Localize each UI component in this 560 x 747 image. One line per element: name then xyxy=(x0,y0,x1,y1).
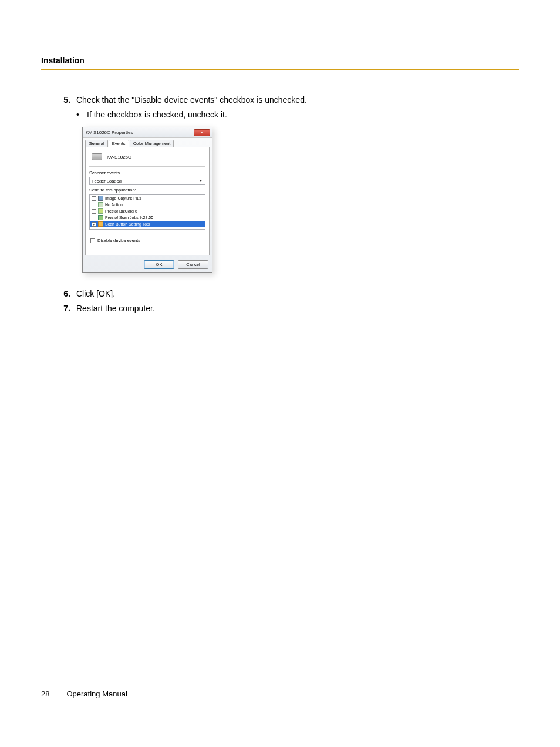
step-text: Check that the "Disable device events" c… xyxy=(76,94,519,106)
list-item[interactable]: Image Capture Plus xyxy=(90,195,205,201)
disable-events-checkbox[interactable] xyxy=(90,238,95,243)
footer-title: Operating Manual xyxy=(66,689,127,698)
step-7: 7. Restart the computer. xyxy=(54,302,519,315)
app-icon xyxy=(98,196,103,201)
select-value: Feeder Loaded xyxy=(92,179,122,184)
close-icon[interactable]: ✕ xyxy=(194,129,210,136)
chevron-down-icon: ▼ xyxy=(198,179,203,183)
divider xyxy=(89,166,205,167)
list-item-label: Scan Button Setting Tool xyxy=(105,222,150,226)
app-icon xyxy=(98,221,103,227)
checkbox-icon[interactable] xyxy=(92,203,96,207)
step-number: 6. xyxy=(54,288,70,300)
list-item-label: Image Capture Plus xyxy=(105,196,141,200)
properties-dialog: KV-S1026C Properties ✕ General Events Co… xyxy=(82,127,212,273)
checkbox-icon[interactable] xyxy=(92,196,96,201)
disable-events-label: Disable device events xyxy=(97,238,140,243)
dialog-title: KV-S1026C Properties xyxy=(85,130,133,135)
scanner-event-select[interactable]: Feeder Loaded ▼ xyxy=(89,177,205,185)
footer-divider xyxy=(58,686,58,701)
bullet-icon: • xyxy=(76,109,87,121)
device-name: KV-S1026C xyxy=(107,154,131,160)
app-icon xyxy=(98,208,103,214)
page-number: 28 xyxy=(41,689,58,698)
dialog-tabs: General Events Color Management xyxy=(83,138,212,147)
tab-events[interactable]: Events xyxy=(109,140,129,147)
list-item[interactable]: No Action xyxy=(90,201,205,208)
list-item-label: Presto! Scan Jobs 9.23.00 xyxy=(105,216,153,220)
scanner-icon xyxy=(92,153,102,160)
tab-color[interactable]: Color Management xyxy=(130,140,174,147)
step-5-subbullet: • If the checkbox is checked, uncheck it… xyxy=(76,109,519,121)
scanner-events-label: Scanner events xyxy=(89,170,205,176)
checkbox-icon[interactable] xyxy=(92,209,96,214)
bullet-text: If the checkbox is checked, uncheck it. xyxy=(87,109,227,121)
list-item-label: Presto! BizCard 6 xyxy=(105,209,137,213)
checkbox-icon[interactable]: ✓ xyxy=(92,222,96,227)
app-icon xyxy=(98,215,103,220)
step-text: Click [OK]. xyxy=(76,288,519,300)
tab-panel-events: KV-S1026C Scanner events Feeder Loaded ▼… xyxy=(85,147,210,255)
app-icon xyxy=(98,202,103,207)
dialog-titlebar[interactable]: KV-S1026C Properties ✕ xyxy=(83,127,212,138)
step-text: Restart the computer. xyxy=(76,302,519,315)
step-6: 6. Click [OK]. xyxy=(54,288,519,300)
list-item[interactable]: Presto! Scan Jobs 9.23.00 xyxy=(90,214,205,221)
page-footer: 28 Operating Manual xyxy=(41,686,127,701)
ok-button[interactable]: OK xyxy=(144,260,174,269)
list-item[interactable]: Presto! BizCard 6 xyxy=(90,208,205,214)
cancel-button[interactable]: Cancel xyxy=(178,260,208,269)
send-to-label: Send to this application: xyxy=(89,187,205,193)
application-listbox[interactable]: Image Capture Plus No Action Presto! Biz… xyxy=(89,194,205,230)
checkbox-icon[interactable] xyxy=(92,216,96,220)
step-number: 7. xyxy=(54,302,70,315)
tab-general[interactable]: General xyxy=(85,140,108,147)
step-number: 5. xyxy=(54,94,70,106)
section-header: Installation xyxy=(41,56,519,70)
list-item[interactable]: ✓ Scan Button Setting Tool xyxy=(90,221,205,227)
step-5: 5. Check that the "Disable device events… xyxy=(54,94,519,106)
list-item-label: No Action xyxy=(105,203,123,207)
